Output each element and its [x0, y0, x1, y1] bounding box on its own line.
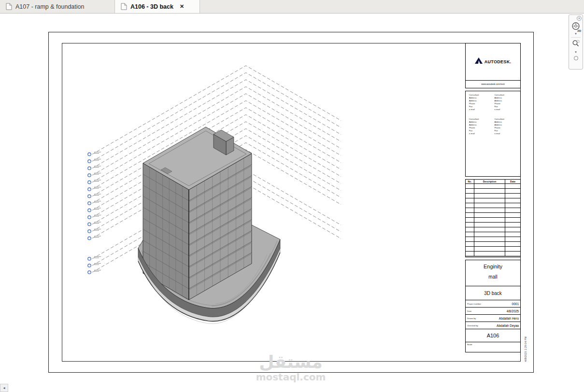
revision-row — [466, 252, 520, 256]
revision-header: No. Description Date — [466, 180, 520, 184]
revision-row — [466, 189, 520, 194]
tab-a107-ramp-foundation[interactable]: A107 - ramp & foundation — [0, 0, 115, 13]
revision-row — [466, 184, 520, 189]
level-marker[interactable] — [88, 160, 91, 163]
steering-wheel-2d-icon[interactable]: 2D — [571, 22, 581, 31]
level-marker[interactable] — [88, 167, 91, 169]
3d-view-drawing[interactable] — [62, 43, 466, 362]
autodesk-logo-icon — [475, 57, 483, 66]
level-marker[interactable] — [88, 271, 91, 274]
field-drawn-by: Drawn by Abdallah Hero — [466, 315, 520, 322]
field-date: Date 4/8/2025 — [466, 308, 520, 315]
tab-close-icon[interactable]: ✕ — [180, 3, 184, 10]
sheet-icon — [121, 3, 127, 10]
level-marker[interactable] — [88, 174, 91, 177]
consultant-block: ConsultantAddressAddressPhoneFaxe-mail — [469, 94, 492, 111]
tab-a106-3d-back[interactable]: A106 - 3D back ✕ — [115, 0, 200, 13]
wheel-2d-label: 2D — [577, 29, 581, 32]
level-marker[interactable] — [88, 223, 91, 225]
building-3d — [138, 127, 280, 324]
zoom-region-icon[interactable] — [572, 40, 580, 50]
revision-row — [466, 198, 520, 203]
print-stamp: 4/8/2025 1:29:04 PM — [524, 336, 527, 362]
consultant-block: ConsultantAddressAddressPhoneFaxe-mail — [495, 94, 517, 111]
project-info-block: Enginity mall 3D back Project number 000… — [465, 260, 521, 352]
wheel-dropdown-icon[interactable]: ▼ — [574, 32, 577, 35]
scrollbar-corner[interactable]: ◂ — [0, 384, 8, 392]
revision-row — [466, 194, 520, 198]
autodesk-url: www.autodesk.com/revit — [466, 80, 520, 88]
navbar-divider — [571, 37, 581, 38]
revision-row — [466, 218, 520, 223]
project-name: Enginity mall — [466, 260, 520, 286]
revision-row — [466, 232, 520, 237]
level-marker[interactable] — [88, 216, 91, 219]
watermark-latin: mostaql.com — [223, 372, 358, 382]
revision-row — [466, 242, 520, 247]
logo-box: AUTODESK. www.autodesk.com/revit — [465, 43, 521, 88]
field-project-number: Project number 0001 — [466, 300, 520, 308]
revision-row — [466, 247, 520, 252]
tab-label: A107 - ramp & foundation — [15, 3, 84, 10]
revit-window: A107 - ramp & foundation A106 - 3D back … — [0, 0, 584, 392]
level-marker[interactable] — [88, 264, 91, 267]
level-marker[interactable] — [88, 237, 91, 239]
scale-field: Scale — [466, 342, 520, 350]
consultant-block: ConsultantAddressAddressPhoneFaxe-mail — [469, 118, 492, 135]
sheet-number: A106 — [466, 329, 520, 342]
revision-row — [466, 237, 520, 242]
level-marker[interactable] — [88, 181, 91, 183]
level-marker[interactable] — [88, 230, 91, 233]
navigation-bar: ✕ 2D ▼ ▼ — [569, 14, 583, 70]
drawing-canvas[interactable]: AUTODESK. www.autodesk.com/revit Consult… — [0, 14, 584, 392]
level-marker[interactable] — [88, 195, 91, 197]
revision-row — [466, 203, 520, 208]
consultant-block: ConsultantAddressAddressPhoneFaxe-mail — [495, 118, 517, 135]
navbar-collapse-icon[interactable] — [574, 56, 578, 60]
revision-row — [466, 213, 520, 218]
revision-table: No. Description Date — [465, 179, 521, 257]
level-marker[interactable] — [88, 209, 91, 211]
sheet-a106: AUTODESK. www.autodesk.com/revit Consult… — [48, 32, 534, 373]
navbar-close-icon[interactable]: ✕ — [577, 16, 582, 21]
autodesk-logo-text: AUTODESK. — [484, 59, 512, 64]
level-marker[interactable] — [88, 153, 91, 155]
sheet-title: 3D back — [466, 286, 520, 300]
revision-row — [466, 223, 520, 227]
revision-row — [466, 227, 520, 232]
level-marker[interactable] — [88, 257, 91, 260]
sheet-icon — [6, 3, 12, 10]
view-tab-bar: A107 - ramp & foundation A106 - 3D back … — [0, 0, 584, 14]
title-block: AUTODESK. www.autodesk.com/revit Consult… — [465, 43, 521, 362]
level-marker[interactable] — [88, 202, 91, 205]
zoom-dropdown-icon[interactable]: ▼ — [574, 51, 577, 54]
revision-row — [466, 208, 520, 213]
field-checked-by: Checked by Abdallah Deyaa — [466, 322, 520, 329]
tab-label: A106 - 3D back — [130, 3, 173, 10]
level-marker[interactable] — [88, 188, 91, 191]
consultant-grid: ConsultantAddressAddressPhoneFaxe-mailCo… — [465, 91, 521, 177]
